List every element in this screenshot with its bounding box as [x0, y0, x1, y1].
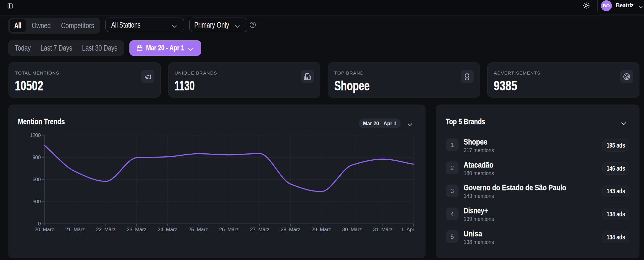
svg-text:1. Apr.: 1. Apr. [401, 227, 415, 232]
svg-text:20. März: 20. März [35, 227, 54, 232]
svg-text:23. März: 23. März [127, 227, 146, 232]
svg-text:27. März: 27. März [250, 227, 270, 232]
svg-text:24. März: 24. März [158, 227, 177, 232]
svg-text:0: 0 [38, 221, 41, 227]
svg-text:1200: 1200 [30, 132, 41, 138]
svg-text:26. März: 26. März [219, 227, 239, 232]
svg-text:900: 900 [32, 155, 41, 160]
svg-text:29. März: 29. März [312, 227, 331, 232]
svg-text:600: 600 [32, 177, 41, 182]
svg-text:30. März: 30. März [342, 227, 362, 232]
svg-text:31. März: 31. März [373, 227, 393, 232]
svg-text:25. März: 25. März [189, 227, 208, 232]
svg-text:300: 300 [32, 199, 41, 205]
svg-text:22. März: 22. März [96, 227, 116, 232]
svg-text:28. März: 28. März [281, 227, 300, 232]
svg-text:21. März: 21. März [65, 227, 85, 232]
